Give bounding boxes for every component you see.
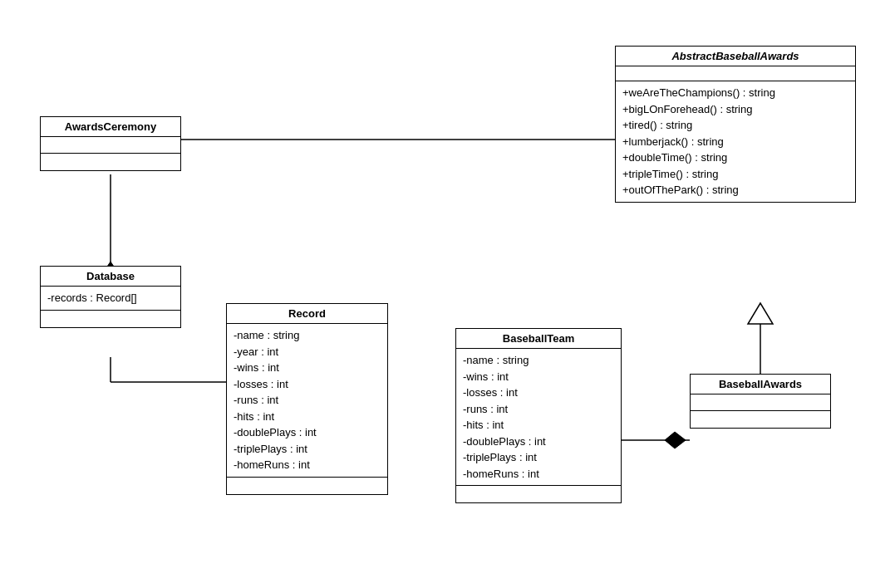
record-methods	[227, 478, 387, 494]
svg-marker-7	[665, 432, 686, 448]
baseball-team-fields: -name : string -wins : int -losses : int…	[456, 349, 621, 486]
svg-marker-9	[748, 303, 773, 324]
baseball-awards-fields	[691, 394, 830, 411]
database-methods	[41, 311, 180, 327]
baseball-awards-class: BaseballAwards	[690, 374, 831, 429]
awards-ceremony-class: AwardsCeremony	[40, 116, 181, 171]
baseball-team-methods	[456, 486, 621, 502]
abstract-baseball-awards-empty	[616, 66, 855, 81]
awards-ceremony-title: AwardsCeremony	[41, 117, 180, 137]
baseball-team-class: BaseballTeam -name : string -wins : int …	[455, 328, 622, 503]
abstract-baseball-awards-title: AbstractBaseballAwards	[616, 47, 855, 66]
database-title: Database	[41, 267, 180, 287]
record-fields: -name : string -year : int -wins : int -…	[227, 324, 387, 478]
awards-ceremony-fields	[41, 137, 180, 154]
database-fields: -records : Record[]	[41, 287, 180, 311]
baseball-awards-methods	[691, 411, 830, 428]
abstract-baseball-awards-methods: +weAreTheChampions() : string +bigLOnFor…	[616, 81, 855, 202]
record-class: Record -name : string -year : int -wins …	[226, 303, 388, 495]
abstract-baseball-awards-class: AbstractBaseballAwards +weAreTheChampion…	[615, 46, 856, 203]
awards-ceremony-methods	[41, 154, 180, 170]
record-title: Record	[227, 304, 387, 324]
database-class: Database -records : Record[]	[40, 266, 181, 328]
baseball-team-title: BaseballTeam	[456, 329, 621, 349]
baseball-awards-title: BaseballAwards	[691, 375, 830, 394]
